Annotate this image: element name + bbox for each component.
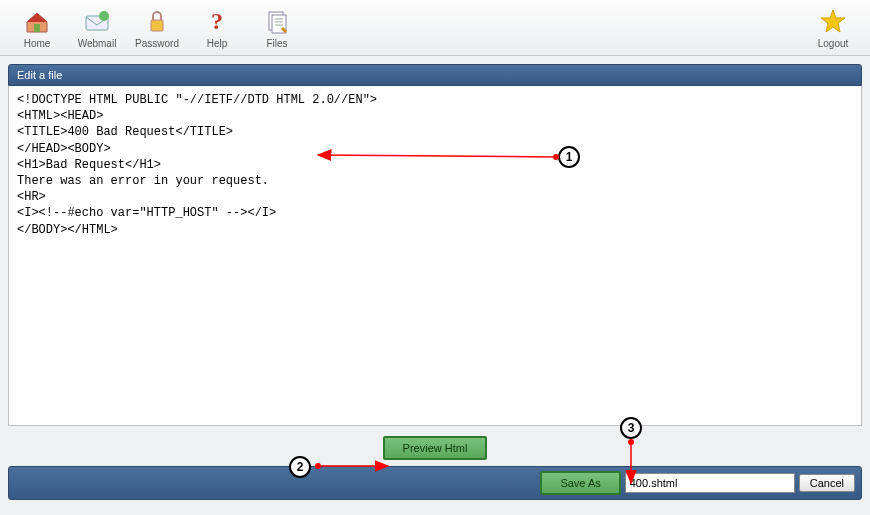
- password-button[interactable]: Password: [128, 6, 186, 49]
- top-toolbar: Home Webmail Password ? Help Files: [0, 0, 870, 56]
- files-label: Files: [266, 38, 287, 49]
- star-icon: [819, 6, 847, 36]
- bottom-bar: Save As Cancel: [8, 466, 862, 500]
- password-label: Password: [135, 38, 179, 49]
- webmail-button[interactable]: Webmail: [68, 6, 126, 49]
- filename-input[interactable]: [625, 473, 795, 493]
- preview-row: Preview Html: [8, 426, 862, 466]
- help-label: Help: [207, 38, 228, 49]
- home-label: Home: [24, 38, 51, 49]
- help-icon: ?: [203, 6, 231, 36]
- lock-icon: [143, 6, 171, 36]
- svg-text:?: ?: [211, 8, 223, 34]
- main-container: Edit a file Preview Html Save As Cancel: [0, 56, 870, 508]
- files-icon: [263, 6, 291, 36]
- save-as-button[interactable]: Save As: [540, 471, 620, 495]
- svg-rect-0: [34, 24, 40, 32]
- cancel-button[interactable]: Cancel: [799, 474, 855, 492]
- editor-area: [8, 86, 862, 426]
- logout-button[interactable]: Logout: [804, 6, 862, 49]
- preview-html-button[interactable]: Preview Html: [383, 436, 488, 460]
- panel-title: Edit a file: [8, 64, 862, 86]
- home-button[interactable]: Home: [8, 6, 66, 49]
- logout-label: Logout: [818, 38, 849, 49]
- svg-rect-3: [151, 20, 163, 31]
- webmail-label: Webmail: [78, 38, 117, 49]
- file-editor-textarea[interactable]: [9, 86, 861, 425]
- svg-point-2: [99, 11, 109, 21]
- help-button[interactable]: ? Help: [188, 6, 246, 49]
- mail-icon: [83, 6, 111, 36]
- files-button[interactable]: Files: [248, 6, 306, 49]
- home-icon: [23, 6, 51, 36]
